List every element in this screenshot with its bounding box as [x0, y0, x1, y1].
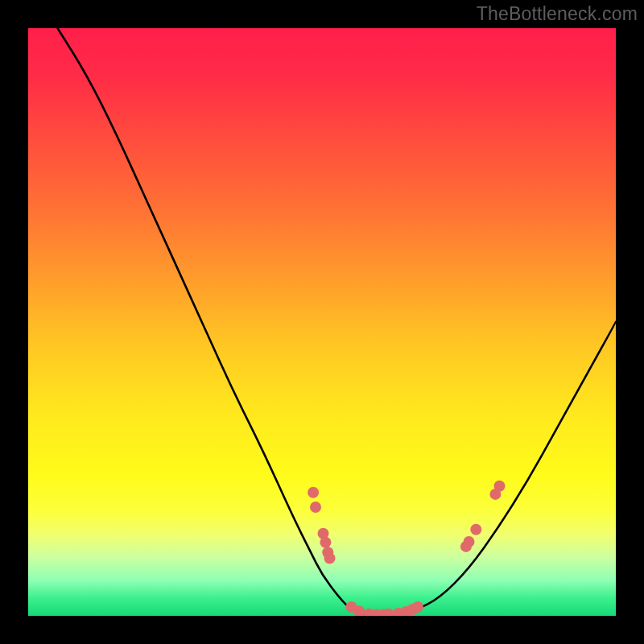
chart-svg: [28, 28, 616, 616]
curve-marker: [324, 553, 336, 564]
curve-marker: [494, 481, 506, 492]
curve-marker: [470, 524, 481, 535]
curve-marker: [310, 502, 321, 513]
curve-marker: [464, 536, 475, 547]
plot-area: [28, 28, 616, 616]
curve-marker: [412, 601, 423, 613]
curve-marker: [320, 537, 331, 548]
chart-frame: TheBottleneck.com: [0, 0, 644, 644]
bottleneck-curve-line: [58, 28, 617, 616]
watermark-text: TheBottleneck.com: [477, 3, 638, 25]
curve-marker: [308, 487, 319, 498]
